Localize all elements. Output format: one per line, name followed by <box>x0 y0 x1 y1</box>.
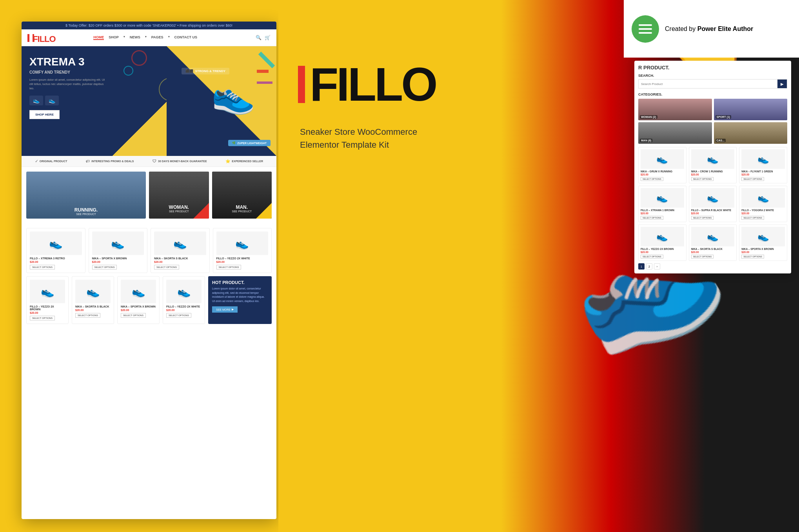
products-grid: 👟 FILLO – XTREMA 3 RETRO $20.00 SELECT O… <box>26 228 272 273</box>
hero-desc: Lorem ipsum dolor sit amet, consectetur … <box>29 78 108 91</box>
right-product-img-3: 👟 <box>641 188 684 208</box>
cart-icon[interactable]: 🛒 <box>265 35 271 40</box>
hot-product-image-4: 👟 <box>166 280 202 303</box>
product-image-2: 👟 <box>92 232 144 255</box>
cat-woman[interactable]: WOMAN (2) <box>638 99 712 120</box>
category-running[interactable]: RUNNING. SEE PRODUCT <box>26 172 146 219</box>
categories-label: CATEGORIES. <box>638 92 787 96</box>
star-icon: ⭐ <box>225 159 230 163</box>
hot-product-image-2: 👟 <box>75 280 111 303</box>
search-box: ▶ <box>638 79 787 89</box>
cat-sport[interactable]: SPORT (1) <box>714 99 788 120</box>
right-select-btn-2[interactable]: SELECT OPTIONS <box>741 177 764 181</box>
right-product-6: 👟 FILLO – YEZZO 2X BROWN $20.00 SELECT O… <box>638 224 686 261</box>
right-select-btn-0[interactable]: SELECT OPTIONS <box>641 177 663 181</box>
search-button[interactable]: ▶ <box>777 80 787 88</box>
right-product-img-6: 👟 <box>641 227 684 246</box>
right-product-img-1: 👟 <box>691 149 735 169</box>
categories-grid: WOMAN (2) SPORT (1) MAN (8) CAS... <box>638 99 787 144</box>
page-2[interactable]: 2 <box>646 263 652 270</box>
mockup-hero: ⬛⬛ STRONG & TRENDY XTREMA 3 COMFY AND TR… <box>22 46 276 156</box>
page-next[interactable]: › <box>654 263 660 270</box>
author-badge: Created by Power Elite Author <box>624 0 799 58</box>
leaf-icon: 🌿 <box>232 141 236 145</box>
hero-thumb-2[interactable]: 👟 <box>45 96 59 105</box>
right-panel: 👟 🤚 FILLO Sneaker Store WooCommerce Elem… <box>278 0 799 532</box>
hot-select-btn-4[interactable]: SELECT OPTIONS <box>166 313 191 318</box>
lightweight-badge: 🌿 ZUPER LIGHTWEIGHT <box>228 140 271 146</box>
hot-select-btn-1[interactable]: SELECT OPTIONS <box>30 316 55 320</box>
category-man[interactable]: MAN. SEE PRODUCT <box>212 172 272 219</box>
tag-icon: 🏷 <box>86 159 90 163</box>
search-icon[interactable]: 🔍 <box>256 35 261 40</box>
select-options-btn-2[interactable]: SELECT OPTIONS <box>92 265 117 270</box>
hero-subtitle: COMFY AND TRENDY <box>29 70 269 74</box>
nav-pages[interactable]: PAGES <box>151 35 163 40</box>
product-card-2: 👟 NIKA – SPORTA X BROWN $20.00 SELECT OP… <box>89 228 148 273</box>
right-select-btn-4[interactable]: SELECT OPTIONS <box>691 216 714 220</box>
badge-text: Created by Power Elite Author <box>665 25 753 33</box>
see-more-button[interactable]: SEE MORE ▶ <box>212 306 238 313</box>
cat-man[interactable]: MAN (8) <box>638 122 712 144</box>
pagination: 1 2 › <box>638 263 787 270</box>
hot-product-image-1: 👟 <box>30 280 65 303</box>
search-label: SEARCH. <box>638 74 787 78</box>
hot-select-btn-2[interactable]: SELECT OPTIONS <box>75 313 100 318</box>
page-1[interactable]: 1 <box>638 263 645 270</box>
nav-home[interactable]: HOME <box>93 35 104 40</box>
fillo-logo-big: FILLO <box>298 61 436 108</box>
feature-promo: 🏷 INTERESTING PROMO & DEALS <box>86 159 134 163</box>
hot-product-card-1: 👟 FILLO – YEZZO 2X BROWN $20.00 SELECT O… <box>26 276 69 324</box>
right-select-btn-8[interactable]: SELECT OPTIONS <box>741 255 764 259</box>
hot-select-btn-3[interactable]: SELECT OPTIONS <box>121 313 146 318</box>
select-options-btn-1[interactable]: SELECT OPTIONS <box>30 265 55 270</box>
right-product-mockup: R PRODUCT. SEARCH. ▶ CATEGORIES. WOMAN (… <box>634 61 791 273</box>
hot-product-card-2: 👟 NIKA – SKORTA S BLACK $20.00 SELECT OP… <box>72 276 114 324</box>
product-card-3: 👟 NIKA – SKORTA S BLACK $20.00 SELECT OP… <box>151 228 210 273</box>
right-product-1: 👟 NIKA – CROW 1 RUNNING $20.00 SELECT OP… <box>689 147 737 183</box>
mockup-topbar: $ Today Offer: $20 OFF orders $300 or mo… <box>22 22 276 29</box>
nav-shop[interactable]: SHOP <box>109 35 119 40</box>
search-input[interactable] <box>639 80 777 88</box>
category-running-overlay: RUNNING. SEE PRODUCT <box>26 204 146 219</box>
right-product-img-8: 👟 <box>741 227 785 246</box>
product-card-4: 👟 FILLO – YEZZO 2X WHITE $20.00 SELECT O… <box>213 228 272 273</box>
nav-contact[interactable]: CONTACT US <box>174 35 197 40</box>
select-options-btn-3[interactable]: SELECT OPTIONS <box>154 265 179 270</box>
right-select-btn-1[interactable]: SELECT OPTIONS <box>691 177 714 181</box>
right-product-img-0: 👟 <box>641 149 684 169</box>
category-woman[interactable]: WOMAN. SEE PRODUCT <box>149 172 209 219</box>
right-product-img-7: 👟 <box>691 227 735 246</box>
right-product-4: 👟 FILLO – SUPRA R BLACK WHITE $20.00 SEL… <box>689 186 737 222</box>
right-product-5: 👟 FILLO – YOGGRA 2 WHITE $20.00 SELECT O… <box>739 186 787 222</box>
arrow-right-icon: ▶ <box>232 308 234 311</box>
hero-badge: ⬛⬛ STRONG & TRENDY <box>182 68 229 74</box>
check-icon: ✓ <box>35 159 38 163</box>
hot-product-card-3: 👟 NIKA – SPORTA X BROWN $20.00 SELECT OP… <box>117 276 160 324</box>
mockup-nav-links: HOME SHOP ▾ NEWS ▾ PAGES ▾ CONTACT US <box>93 35 197 40</box>
right-product-img-4: 👟 <box>691 188 735 208</box>
right-product-img-5: 👟 <box>741 188 785 208</box>
mockup-nav-icons: 🔍 🛒 <box>256 35 271 40</box>
right-select-btn-3[interactable]: SELECT OPTIONS <box>641 216 663 220</box>
right-product-8: 👟 NIKA – SPORTA X BROWN $20.00 SELECT OP… <box>739 224 787 261</box>
mockup-products: 👟 FILLO – XTREMA 3 RETRO $20.00 SELECT O… <box>22 223 276 329</box>
right-section-title: R PRODUCT. <box>638 65 787 71</box>
right-product-0: 👟 NIKA – GRUM X RUNNING $20.00 SELECT OP… <box>638 147 686 183</box>
hero-thumb-1[interactable]: 👟 <box>29 96 43 105</box>
right-product-img-2: 👟 <box>741 149 785 169</box>
right-product-2: 👟 NIKA – FLYKNIT 1 GREEN $20.00 SELECT O… <box>739 147 787 183</box>
select-options-btn-4[interactable]: SELECT OPTIONS <box>216 265 242 270</box>
hero-title: XTREMA 3 <box>29 56 269 68</box>
right-select-btn-5[interactable]: SELECT OPTIONS <box>741 216 764 220</box>
feature-original: ✓ ORIGINAL PRODUCT <box>35 159 67 163</box>
right-select-btn-6[interactable]: SELECT OPTIONS <box>641 255 663 259</box>
right-select-btn-7[interactable]: SELECT OPTIONS <box>691 255 714 259</box>
mockup-logo: FILLO <box>27 33 35 43</box>
hot-product-image-3: 👟 <box>121 280 156 303</box>
shop-here-button[interactable]: SHOP HERE <box>29 110 60 119</box>
cat-casual[interactable]: CAS... <box>714 122 788 144</box>
shield-icon: 🛡 <box>153 159 156 163</box>
product-image-4: 👟 <box>216 232 269 255</box>
nav-news[interactable]: NEWS <box>130 35 140 40</box>
